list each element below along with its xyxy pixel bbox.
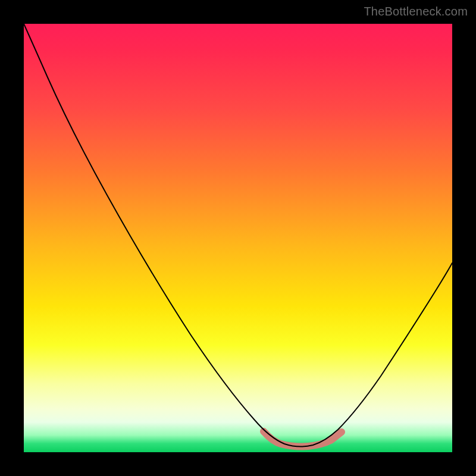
plot-area <box>24 24 452 452</box>
bottleneck-curve <box>24 24 452 447</box>
watermark-text: TheBottleneck.com <box>364 5 468 18</box>
chart-stage: TheBottleneck.com <box>0 0 476 476</box>
chart-svg <box>24 24 452 452</box>
